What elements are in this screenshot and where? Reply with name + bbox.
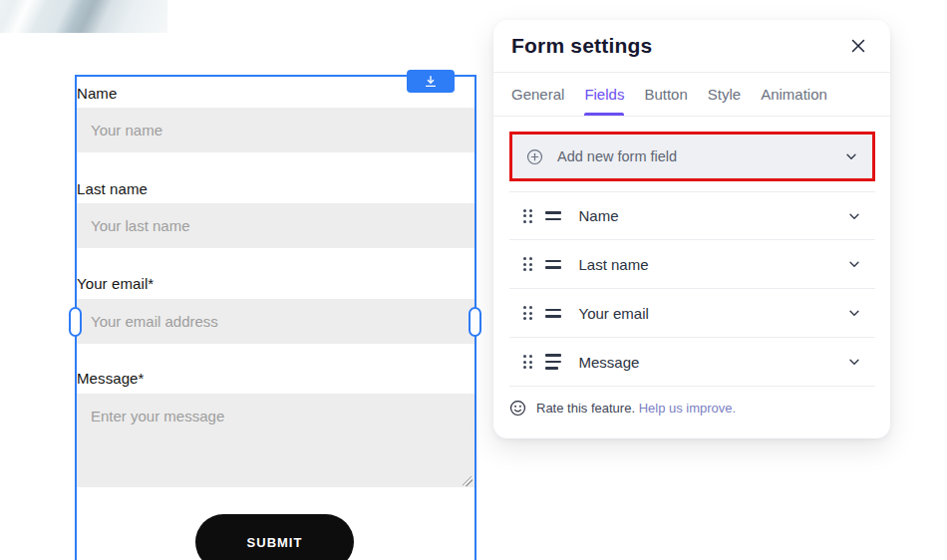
close-button[interactable] (848, 36, 868, 56)
panel-footer: Rate this feature. Help us improve. (493, 387, 890, 429)
plus-circle-icon (526, 148, 543, 165)
field-row-last-name[interactable]: Last name (509, 240, 875, 289)
resize-handle-left[interactable] (69, 307, 82, 337)
chevron-down-icon (844, 149, 858, 163)
field-row-name[interactable]: Name (509, 191, 875, 240)
chevron-down-icon[interactable] (847, 306, 861, 320)
form-field-label: Last name (77, 180, 466, 197)
field-row-label: Last name (579, 256, 649, 273)
panel-tabs: General Fields Button Style Animation (493, 73, 890, 117)
chevron-down-icon[interactable] (847, 355, 861, 369)
field-row-label: Message (579, 354, 640, 371)
drag-handle-icon[interactable] (523, 209, 532, 223)
tab-fields[interactable]: Fields (584, 73, 624, 116)
short-text-icon (545, 309, 562, 318)
resize-handle-right[interactable] (469, 307, 481, 337)
field-row-label: Your email (579, 305, 649, 322)
add-new-form-field-button[interactable]: Add new form field (512, 135, 872, 178)
short-text-icon (545, 260, 562, 269)
field-row-your-email[interactable]: Your email (509, 289, 875, 338)
add-field-label: Add new form field (557, 148, 677, 164)
tab-general[interactable]: General (511, 73, 564, 116)
drag-handle-icon[interactable] (523, 306, 532, 320)
help-us-improve-link[interactable]: Help us improve. (639, 401, 737, 416)
red-annotation-box: Add new form field (509, 132, 875, 181)
last-name-input[interactable] (77, 203, 474, 248)
name-input[interactable] (77, 108, 474, 152)
tab-button[interactable]: Button (644, 73, 687, 116)
tab-style[interactable]: Style (708, 73, 741, 116)
close-icon (850, 38, 866, 54)
hero-image-crop (0, 0, 167, 33)
submit-button[interactable]: SUBMIT (195, 514, 354, 560)
chevron-down-icon[interactable] (847, 209, 861, 223)
form-field-label: Message* (77, 370, 466, 387)
message-textarea[interactable] (77, 394, 474, 487)
field-row-label: Name (579, 207, 619, 224)
form-field-label: Your email* (77, 275, 466, 292)
form-settings-panel: Form settings General Fields Button Styl… (493, 20, 890, 438)
builder-canvas: Name Last name Your email* Message* SUBM… (0, 0, 947, 560)
panel-header: Form settings (493, 20, 890, 73)
panel-title: Form settings (511, 34, 652, 58)
smiley-icon (509, 400, 526, 417)
chevron-down-icon[interactable] (847, 257, 861, 271)
short-text-icon (545, 211, 562, 220)
drag-handle-icon[interactable] (523, 355, 532, 369)
field-rows-list: Name Last name (509, 191, 875, 387)
field-row-message[interactable]: Message (509, 338, 875, 387)
rate-feature-text: Rate this feature. (536, 401, 635, 416)
email-input[interactable] (77, 299, 474, 344)
tab-animation[interactable]: Animation (761, 73, 827, 116)
download-button[interactable] (407, 70, 455, 93)
download-icon (424, 75, 438, 89)
long-text-icon (545, 354, 562, 370)
drag-handle-icon[interactable] (523, 257, 532, 271)
